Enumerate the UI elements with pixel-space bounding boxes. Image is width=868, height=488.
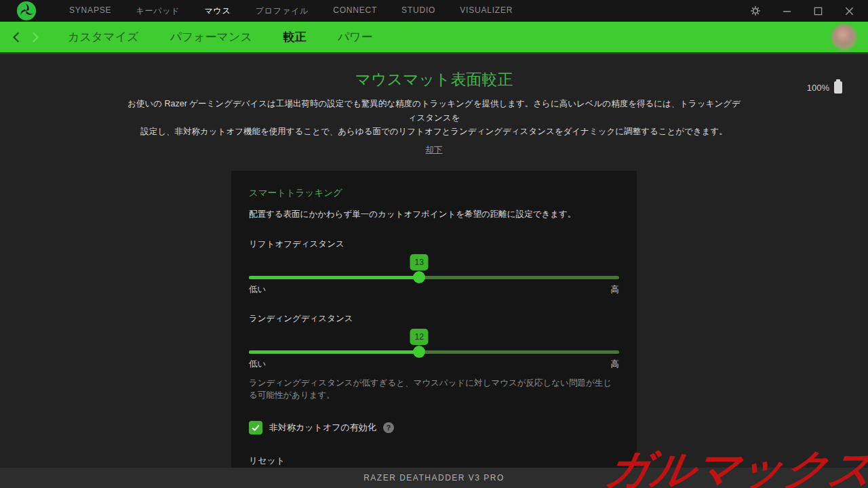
slider-area: 12 低い 高 [249,329,619,370]
slider-range-labels: 低い 高 [249,359,619,370]
page-description: お使いの Razer ゲーミングデバイスは工場出荷時の設定でも驚異的な精度のトラ… [125,97,743,139]
main-content: マウスマット表面較正 100% お使いの Razer ゲーミングデバイスは工場出… [0,54,868,468]
slider-max-label: 高 [611,359,620,370]
menu-item-profile[interactable]: プロファイル [256,5,309,17]
tab-power[interactable]: パワー [338,29,373,45]
battery-icon [834,81,842,94]
device-name: RAZER DEATHADDER V3 PRO [363,473,505,483]
tab-calibration[interactable]: 較正 [283,29,307,45]
checkmark-icon [251,423,260,432]
landing-distance-warning: ランディングディスタンスが低すぎると、マウスパッドに対しマウスが反応しない問題が… [249,377,619,403]
dismiss-link[interactable]: 却下 [426,144,443,156]
window-controls [750,5,868,16]
slider-track[interactable] [249,276,619,279]
slider-value: 12 [414,332,423,342]
razer-logo-icon[interactable] [16,1,37,21]
slider-thumb[interactable] [413,346,425,358]
battery-status: 100% [807,81,842,94]
slider-value-badge: 13 [410,254,429,270]
slider-label: リフトオフディスタンス [249,239,619,250]
section-description: 配置する表面にかかわらず単一のカットオフポイントを希望の距離に設定できます。 [249,208,619,221]
sub-tabs: カスタマイズ パフォーマンス 較正 パワー [68,29,373,45]
page-description-line2: 設定し、非対称カットオフ機能を使用することで、あらゆる面でのリフトオフとランディ… [125,125,743,139]
tab-performance[interactable]: パフォーマンス [170,29,252,45]
razer-synapse-window: SYNAPSE キーパッド マウス プロファイル CONNECT STUDIO … [0,0,868,488]
maximize-icon [813,6,823,16]
page-description-line1: お使いの Razer ゲーミングデバイスは工場出荷時の設定でも驚異的な精度のトラ… [125,97,743,125]
sub-navbar: カスタマイズ パフォーマンス 較正 パワー [0,22,868,54]
close-button[interactable] [844,5,854,16]
minimize-button[interactable] [781,5,792,16]
slider-area: 13 低い 高 [249,254,619,296]
device-footer: RAZER DEATHADDER V3 PRO [0,468,868,488]
menu-item-synapse[interactable]: SYNAPSE [69,5,111,17]
asymmetric-cutoff-checkbox[interactable] [249,421,262,434]
slider-value-badge: 12 [410,329,429,345]
chevron-right-icon [28,31,41,43]
liftoff-distance-slider: リフトオフディスタンス 13 低い 高 [249,239,619,296]
section-title: スマートトラッキング [249,187,619,199]
menu-item-keypad[interactable]: キーパッド [136,5,180,17]
chevron-left-icon [11,31,23,43]
slider-value: 13 [414,258,423,267]
page-title: マウスマット表面較正 [0,69,868,90]
reset-title: リセット [249,455,619,467]
slider-thumb[interactable] [413,271,425,283]
forward-button[interactable] [26,28,43,46]
menu-item-studio[interactable]: STUDIO [401,5,435,17]
slider-min-label: 低い [249,359,266,370]
asymmetric-cutoff-row: 非対称カットオフの有効化 ? [249,421,619,434]
smart-tracking-card: スマートトラッキング 配置する表面にかかわらず単一のカットオフポイントを希望の距… [231,171,637,485]
slider-fill [249,276,419,279]
settings-button[interactable] [750,5,761,16]
slider-range-labels: 低い 高 [249,284,619,296]
close-icon [844,6,854,16]
tab-customize[interactable]: カスタマイズ [68,29,138,45]
main-menu: SYNAPSE キーパッド マウス プロファイル CONNECT STUDIO … [69,5,513,17]
slider-min-label: 低い [249,284,266,296]
battery-percent: 100% [807,83,829,93]
avatar[interactable] [831,24,857,50]
landing-distance-slider: ランディングディスタンス 12 低い 高 [249,313,619,370]
slider-max-label: 高 [611,284,620,296]
slider-fill [249,350,419,354]
menu-item-connect[interactable]: CONNECT [333,5,377,17]
slider-track[interactable] [249,350,619,354]
gear-icon [750,5,761,16]
help-icon[interactable]: ? [383,422,394,433]
slider-label: ランディングディスタンス [249,313,619,325]
back-button[interactable] [8,28,26,46]
asymmetric-cutoff-label: 非対称カットオフの有効化 [269,422,376,434]
titlebar: SYNAPSE キーパッド マウス プロファイル CONNECT STUDIO … [0,0,868,22]
minimize-icon [782,6,792,16]
menu-item-visualizer[interactable]: VISUALIZER [460,5,513,17]
menu-item-mouse[interactable]: マウス [204,5,231,17]
maximize-button[interactable] [812,5,823,16]
